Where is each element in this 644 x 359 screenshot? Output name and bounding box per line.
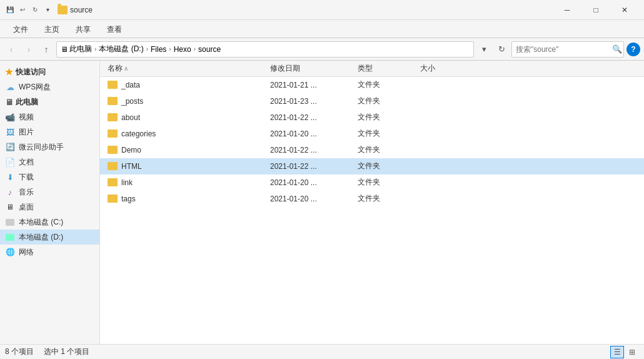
file-date: 2021-01-23 ... [265,97,353,106]
sep1: › [94,46,96,53]
large-icons-view-button[interactable]: ⊞ [625,346,639,358]
network-label: 网络 [19,247,34,258]
images-label: 图片 [19,127,34,138]
folder-icon [108,97,118,105]
refresh-button[interactable]: ↻ [494,42,509,57]
minimize-button[interactable]: ─ [553,0,581,20]
sep4: › [194,46,196,53]
window-title: source [70,6,553,14]
file-area: 名称 ∧ 修改日期 类型 大小 _data 2021-01-21 ... 文件夹… [100,61,644,344]
this-pc-label: 此电脑 [16,97,38,108]
tab-share[interactable]: 共享 [68,21,99,38]
details-view-button[interactable]: ☰ [610,346,624,358]
table-row[interactable]: about 2021-01-22 ... 文件夹 [100,109,644,126]
window-controls: ─ □ ✕ [553,0,639,20]
file-date: 2021-01-20 ... [265,195,353,203]
dropdown-address-button[interactable]: ▾ [476,42,491,57]
image-icon: 🖼 [5,127,15,137]
download-icon: ⬇ [5,172,15,182]
sidebar-item-docs[interactable]: 📄 文档 [0,154,99,169]
sidebar-item-this-pc[interactable]: 🖥 此电脑 [0,94,99,109]
tab-file[interactable]: 文件 [5,21,36,38]
table-row[interactable]: Demo 2021-01-22 ... 文件夹 [100,142,644,158]
search-bar[interactable]: 🔍 [511,41,624,58]
table-row[interactable]: _posts 2021-01-23 ... 文件夹 [100,93,644,109]
address-area: ‹ › ↑ 🖥 此电脑 › 本地磁盘 (D:) › Files › Hexo ›… [0,38,644,61]
dropdown-icon[interactable]: ▾ [43,5,53,15]
sidebar-item-wps-cloud[interactable]: ☁ WPS网盘 [0,79,99,94]
up-button[interactable]: ↑ [39,42,54,57]
sidebar-item-drive-c[interactable]: 本地磁盘 (C:) [0,215,99,230]
search-input[interactable] [516,45,610,54]
table-row[interactable]: HTML 2021-01-22 ... 文件夹 [100,158,644,174]
file-type: 文件夹 [353,193,415,204]
breadcrumb-this-pc[interactable]: 🖥 此电脑 [61,44,92,54]
col-header-type[interactable]: 类型 [353,63,415,74]
sidebar-item-weiyun[interactable]: 🔄 微云同步助手 [0,139,99,154]
downloads-label: 下载 [19,172,34,183]
sep2: › [146,46,148,53]
back-button[interactable]: ‹ [4,42,19,57]
sync-icon: 🔄 [5,142,15,152]
file-name-html: HTML [103,162,265,171]
breadcrumb-files[interactable]: Files [151,45,166,54]
forward-button[interactable]: › [21,42,36,57]
sidebar-item-desktop[interactable]: 🖥 桌面 [0,200,99,215]
maximize-button[interactable]: □ [581,0,610,20]
undo-icon: ↩ [18,5,28,15]
sidebar-item-network[interactable]: 🌐 网络 [0,245,99,260]
wps-cloud-label: WPS网盘 [19,82,51,93]
search-icon[interactable]: 🔍 [612,44,622,54]
table-row[interactable]: tags 2021-01-20 ... 文件夹 [100,191,644,207]
desktop-label: 桌面 [19,202,34,213]
col-header-name[interactable]: 名称 ∧ [103,63,265,74]
breadcrumb-source[interactable]: source [198,45,221,54]
breadcrumb-hexo[interactable]: Hexo [174,45,191,54]
drive-d-icon [5,232,15,242]
file-name-demo: Demo [103,146,265,154]
close-button[interactable]: ✕ [610,0,639,20]
file-name-about: about [103,113,265,122]
col-header-date[interactable]: 修改日期 [265,63,353,74]
sidebar-item-video[interactable]: 📹 视频 [0,109,99,124]
video-icon: 📹 [5,112,15,122]
sidebar-item-downloads[interactable]: ⬇ 下载 [0,169,99,185]
file-date: 2021-01-21 ... [265,81,353,89]
drive-d-label: 本地磁盘 (D:) [19,232,63,243]
sep3: › [169,46,171,53]
file-type: 文件夹 [353,112,415,123]
computer-sidebar-icon: 🖥 [5,98,13,107]
file-name-data: _data [103,81,265,89]
file-name-posts: _posts [103,97,265,106]
folder-icon [108,146,118,154]
sidebar-item-music[interactable]: ♪ 音乐 [0,185,99,200]
sidebar-item-quick-access[interactable]: ★ 快速访问 [0,64,99,79]
file-name-categories: categories [103,129,265,138]
sidebar-item-drive-d[interactable]: 本地磁盘 (D:) [0,230,99,245]
column-header: 名称 ∧ 修改日期 类型 大小 [100,61,644,77]
video-label: 视频 [19,112,34,123]
help-button[interactable]: ? [626,43,640,56]
file-date: 2021-01-20 ... [265,178,353,187]
file-type: 文件夹 [353,177,415,188]
file-list: _data 2021-01-21 ... 文件夹 _posts 2021-01-… [100,77,644,344]
tab-home[interactable]: 主页 [36,21,68,38]
table-row[interactable]: link 2021-01-20 ... 文件夹 [100,174,644,191]
table-row[interactable]: _data 2021-01-21 ... 文件夹 [100,77,644,93]
file-type: 文件夹 [353,128,415,139]
address-bar[interactable]: 🖥 此电脑 › 本地磁盘 (D:) › Files › Hexo › sourc… [56,41,474,58]
folder-icon [108,81,118,89]
breadcrumb-drive-d[interactable]: 本地磁盘 (D:) [99,44,143,54]
status-bar: 8 个项目 选中 1 个项目 ☰ ⊞ [0,344,644,359]
title-bar: 💾 ↩ ↻ ▾ source ─ □ ✕ [0,0,644,20]
desktop-icon: 🖥 [5,202,15,212]
music-label: 音乐 [19,187,34,198]
col-header-size[interactable]: 大小 [415,63,465,74]
table-row[interactable]: categories 2021-01-20 ... 文件夹 [100,126,644,142]
sidebar-item-images[interactable]: 🖼 图片 [0,124,99,139]
file-date: 2021-01-20 ... [265,129,353,138]
file-name-link: link [103,178,265,187]
folder-icon [108,195,118,203]
tab-view[interactable]: 查看 [99,21,130,38]
folder-icon [108,178,118,186]
